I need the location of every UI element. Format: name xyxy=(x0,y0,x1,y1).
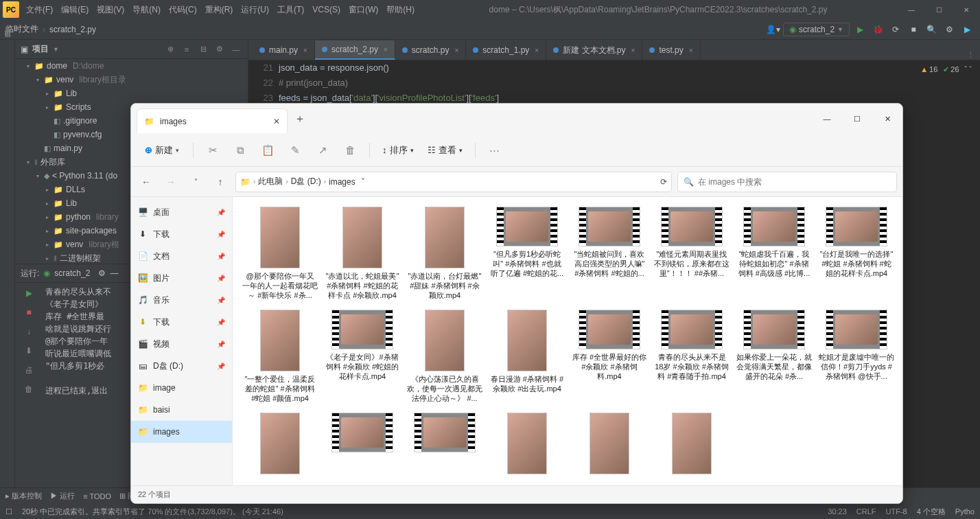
explorer-maximize-button[interactable]: ☐ xyxy=(842,104,872,134)
back-button[interactable]: ← xyxy=(137,172,156,192)
tree-item[interactable]: ▾ 📁 dome D:\dome xyxy=(15,59,248,73)
file-item[interactable]: 《老子是女同》#杀猪饲料 #佘颖欣 #蛇姐的花样卡点.mp4 xyxy=(322,307,403,406)
breadcrumb-root[interactable]: 临时文件 xyxy=(5,23,38,35)
nav-item[interactable]: 🎬视频 📌 xyxy=(131,333,232,355)
editor-tab[interactable]: scratch.py× xyxy=(395,41,467,60)
more-tabs-icon[interactable]: ⋮ xyxy=(967,51,975,60)
select-opened-icon[interactable]: ⊕ xyxy=(164,43,176,56)
menu-item[interactable]: 重构(R) xyxy=(201,4,237,16)
ide-maximize-button[interactable]: ☐ xyxy=(925,0,953,19)
file-item[interactable]: "但凡多剪1秒必听蛇叫" #杀猪饲料 #也就听了亿遍 #蛇姐的花... xyxy=(487,204,568,303)
recent-dropdown-icon[interactable]: ˅ xyxy=(186,172,205,192)
toolwindow-button[interactable]: ▸ 版本控制 xyxy=(5,491,42,501)
nav-item[interactable]: 📁image xyxy=(131,377,232,399)
copy-icon[interactable]: ⧉ xyxy=(229,139,251,161)
tab-close-icon[interactable]: × xyxy=(384,46,388,54)
paste-icon[interactable]: 📋 xyxy=(257,139,279,161)
file-item[interactable]: @那个要陪你一年又一年的人一起看烟花吧～ #新年快乐 #杀... xyxy=(240,204,320,303)
menu-item[interactable]: 导航(N) xyxy=(128,4,165,16)
ide-close-button[interactable]: ✕ xyxy=(953,0,980,19)
delete-icon[interactable]: 🗑 xyxy=(339,139,361,161)
soft-wrap-icon[interactable]: ↓ xyxy=(21,324,36,339)
cut-icon[interactable]: ✂ xyxy=(202,139,224,161)
nav-item[interactable]: 🎵音乐 📌 xyxy=(131,289,232,311)
status-lineend[interactable]: CRLF xyxy=(856,507,876,516)
file-item[interactable]: 库存 #全世界最好的你 #佘颖欣 #杀猪饲料.mp4 xyxy=(569,307,650,406)
run-button[interactable]: ▶ xyxy=(852,22,867,37)
new-button[interactable]: ⊕ 新建 ▾ xyxy=(139,141,185,159)
run-config-selector[interactable]: ◉ scratch_2 ▼ xyxy=(783,23,850,36)
file-item[interactable]: 春日漫游 #杀猪饲料 #佘颖欣 #出去玩.mp4 xyxy=(487,307,568,406)
search-input[interactable] xyxy=(698,177,891,187)
share-icon[interactable]: ↗ xyxy=(312,139,334,161)
status-caret[interactable]: 30:23 xyxy=(828,507,847,516)
tab-close-icon[interactable]: × xyxy=(454,47,458,54)
nav-item[interactable]: 📁baisi xyxy=(131,399,232,421)
tab-close-icon[interactable]: × xyxy=(689,47,693,54)
inspection-status[interactable]: 16 26 ˆ ˇ xyxy=(920,62,972,77)
menu-item[interactable]: 工具(T) xyxy=(273,4,308,16)
status-encoding[interactable]: UTF-8 xyxy=(886,507,907,516)
nav-item[interactable]: ⬇下载 📌 xyxy=(131,311,232,333)
view-button[interactable]: ☷ 查看 ▾ xyxy=(423,141,467,159)
file-item[interactable] xyxy=(322,410,403,480)
nav-item[interactable]: 📁images xyxy=(131,421,232,443)
debug-button[interactable]: 🐞 xyxy=(870,22,885,37)
file-item[interactable]: "蛇姐虐我千百遍，我待蛇姐如初恋" #杀猪饲料 #高级感 #比博... xyxy=(734,204,815,303)
rerun-icon[interactable]: ▶ xyxy=(21,286,36,301)
sort-button[interactable]: ↕ 排序 ▾ xyxy=(378,141,418,159)
hide-panel-icon[interactable]: — xyxy=(230,43,242,56)
file-item[interactable]: 蛇姐才是废墟中唯一的信仰！#剪刀手yyds #杀猪饲料 @快手... xyxy=(816,307,897,406)
stop-icon[interactable]: ■ xyxy=(21,305,36,320)
file-item[interactable]: "难怪元素周期表里找不到镁铝，原来都在这里"！！！ ##杀猪... xyxy=(651,204,732,303)
editor-tab[interactable]: main.py× xyxy=(253,41,315,60)
stop-button[interactable]: ■ xyxy=(906,22,921,37)
run-hide-icon[interactable]: — xyxy=(110,268,118,278)
search-icon[interactable]: 🔍 xyxy=(924,22,939,37)
tab-close-icon[interactable]: × xyxy=(535,47,539,54)
menu-item[interactable]: 视图(V) xyxy=(93,4,128,16)
scroll-to-end-icon[interactable]: ⬇ xyxy=(21,343,36,358)
toolwindow-button[interactable]: ▶ 运行 xyxy=(50,491,75,501)
expand-all-icon[interactable]: ≡ xyxy=(180,43,193,56)
file-item[interactable] xyxy=(240,410,320,480)
explorer-tab[interactable]: 📁 images ✕ xyxy=(137,108,288,133)
tab-close-icon[interactable]: × xyxy=(631,47,635,54)
refresh-icon[interactable]: ⟳ xyxy=(660,177,667,187)
editor-tab[interactable]: test.py× xyxy=(642,41,700,60)
status-interpreter[interactable]: Pytho xyxy=(955,507,975,516)
file-item[interactable] xyxy=(404,410,485,480)
file-item[interactable]: "赤道以北，蛇姐最美" #杀猪饲料 #蛇姐的花样卡点 #佘颖欣.mp4 xyxy=(322,204,403,303)
clear-icon[interactable]: 🗑 xyxy=(21,382,36,397)
menu-item[interactable]: 窗口(W) xyxy=(345,4,382,16)
tab-close-icon[interactable]: × xyxy=(303,47,307,54)
explorer-nav-pane[interactable]: 🖥️桌面 📌 ⬇下载 📌 📄文档 📌 🖼️图片 📌 🎵音乐 📌 ⬇下载 📌 🎬视… xyxy=(131,197,233,485)
run-panel-tab[interactable]: scratch_2 xyxy=(54,268,90,278)
explorer-close-button[interactable]: ✕ xyxy=(872,104,902,134)
editor-tab[interactable]: 新建 文本文档.py× xyxy=(546,41,642,60)
file-list[interactable]: @那个要陪你一年又一年的人一起看烟花吧～ #新年快乐 #杀... "赤道以北，蛇… xyxy=(233,197,902,485)
file-item[interactable] xyxy=(569,410,650,480)
more-icon[interactable]: ⋯ xyxy=(484,139,506,161)
nav-item[interactable]: 🖼️图片 📌 xyxy=(131,267,232,289)
nav-item[interactable]: ⬇下载 📌 xyxy=(131,223,232,245)
ide-minimize-button[interactable]: — xyxy=(898,0,925,19)
search-box[interactable]: 🔍 xyxy=(677,172,897,192)
rename-icon[interactable]: ✎ xyxy=(284,139,306,161)
panel-settings-icon[interactable]: ⚙ xyxy=(213,43,226,56)
run-settings-icon[interactable]: ⚙ xyxy=(98,268,106,278)
ide-extra-icon[interactable]: ▶ xyxy=(959,22,975,37)
file-item[interactable]: "一整个爱住，温柔反差的蛇姐" #杀猪饲料 #蛇姐 #颜值.mp4 xyxy=(240,307,320,406)
file-item[interactable]: "当蛇姐被问到，喜欢高启强类型的男人嘛" #杀猪饲料 #蛇姐的... xyxy=(569,204,650,303)
nav-item[interactable]: 🖥️桌面 📌 xyxy=(131,201,232,223)
breadcrumb-file[interactable]: scratch_2.py xyxy=(49,25,96,34)
menu-item[interactable]: 编辑(E) xyxy=(57,4,93,16)
menu-item[interactable]: 代码(C) xyxy=(165,4,201,16)
file-item[interactable] xyxy=(487,410,568,480)
nav-item[interactable]: 🖴D盘 (D:) 📌 xyxy=(131,355,232,377)
status-indent[interactable]: 4 个空格 xyxy=(917,507,946,517)
user-icon[interactable]: 👤▾ xyxy=(765,22,780,37)
file-item[interactable]: "台灯是我唯一的选择" #蛇姐 #杀猪饲料 #蛇姐的花样卡点.mp4 xyxy=(816,204,897,303)
file-item[interactable]: "赤道以南，台灯最燃" #甜妹 #杀猪饲料 #佘颖欣.mp4 xyxy=(404,204,485,303)
menu-item[interactable]: 帮助(H) xyxy=(382,4,419,16)
